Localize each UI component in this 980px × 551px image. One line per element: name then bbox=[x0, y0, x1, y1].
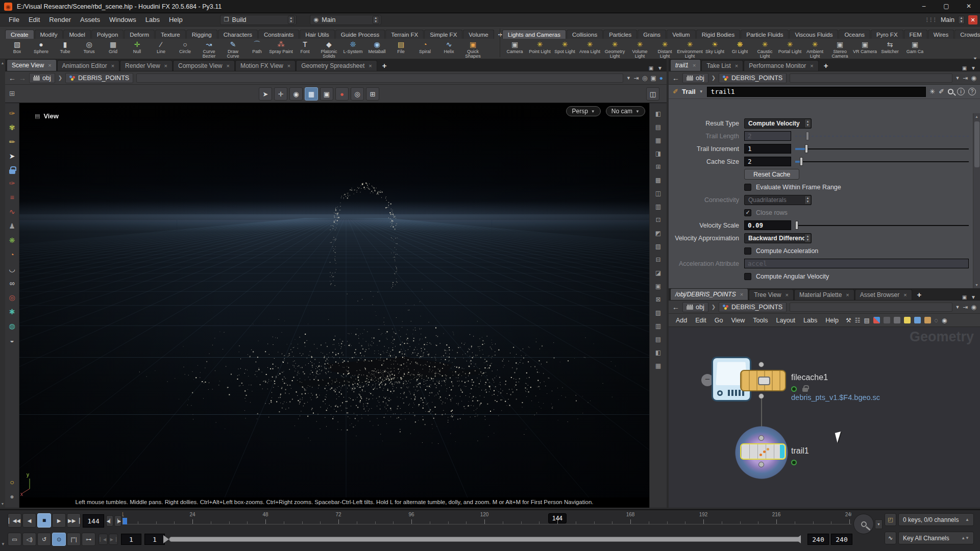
shelf-tool-line[interactable]: ∕Line bbox=[149, 39, 173, 59]
shelf-tab-collisions[interactable]: Collisions bbox=[567, 30, 603, 39]
orbit-icon[interactable]: ◍ bbox=[9, 321, 15, 331]
go-start-button[interactable]: ▏◀◀ bbox=[8, 513, 21, 528]
paint-icon[interactable]: ✑ bbox=[9, 178, 15, 188]
paint-brush-icon[interactable]: ✑ bbox=[9, 108, 15, 118]
shelf-tool-l-system[interactable]: ❊L-System bbox=[341, 39, 365, 59]
close-tab-icon[interactable]: × bbox=[846, 292, 849, 298]
tick-interval-icon[interactable]: |'''| bbox=[67, 533, 81, 546]
shelf-tool-draw-curve[interactable]: ✎Draw Curve bbox=[221, 39, 245, 59]
shelf-tool-metaball[interactable]: ◉Metaball bbox=[365, 39, 389, 59]
shelf-tool-volume-light[interactable]: ✳Volume Light bbox=[627, 39, 652, 59]
shelf-tab-volume[interactable]: Volume bbox=[463, 30, 494, 39]
display-option-icon-6[interactable]: ▩ bbox=[655, 176, 661, 185]
close-tab-icon[interactable]: × bbox=[226, 63, 229, 69]
display-option-icon-2[interactable]: ▤ bbox=[655, 122, 661, 132]
spinner-icon[interactable]: ▲▼ bbox=[373, 16, 379, 24]
path-field[interactable] bbox=[136, 73, 623, 83]
node-name-field[interactable]: trail1 bbox=[707, 87, 926, 97]
shelf-tool-caustic-light[interactable]: ✳Caustic Light bbox=[752, 39, 777, 59]
lock-badge-icon[interactable] bbox=[802, 388, 808, 392]
new-pane-tab-button[interactable]: + bbox=[819, 60, 833, 71]
shelf-tab-rigging[interactable]: Rigging bbox=[186, 30, 217, 39]
prev-frame-button[interactable]: ◀▏ bbox=[106, 515, 113, 527]
toolbox-grid-icon[interactable]: ⊞ bbox=[9, 89, 15, 97]
menu-labs[interactable]: Labs bbox=[141, 16, 164, 23]
current-frame-field[interactable]: 144 bbox=[83, 514, 104, 528]
shelf-tab-rigid-bodies[interactable]: Rigid Bodies bbox=[696, 30, 741, 39]
material-sphere-icon[interactable]: ● bbox=[10, 491, 14, 502]
scroll-down-icon[interactable]: ▼ bbox=[1, 502, 5, 506]
select-arrow-icon[interactable]: ➤ bbox=[259, 87, 272, 101]
display-option-icon-9[interactable]: ⊡ bbox=[655, 215, 660, 224]
dropdown-icon[interactable]: ▼ bbox=[626, 76, 631, 81]
shelf-tool-helix[interactable]: ∿Helix bbox=[437, 39, 461, 59]
shelf-tool-point-light[interactable]: ✳Point Light bbox=[527, 39, 552, 59]
display-flag[interactable] bbox=[780, 445, 785, 458]
playbar-options-icon[interactable]: ▭ bbox=[8, 533, 21, 546]
auto-key-icon[interactable]: ◰ bbox=[885, 513, 896, 526]
network-canvas[interactable]: Geometry − filecache1 debris_pts_v1.$F4.… bbox=[669, 327, 980, 508]
key-options-dropdown[interactable]: ▼ bbox=[875, 519, 883, 529]
shelf-tab-polygon[interactable]: Polygon bbox=[91, 30, 124, 39]
select-arrow-icon[interactable]: ➤ bbox=[9, 151, 15, 161]
param-slider[interactable] bbox=[795, 131, 969, 141]
menu-help[interactable]: Help bbox=[164, 16, 187, 23]
display-option-icon-12[interactable]: ⊟ bbox=[655, 255, 660, 264]
range-slider[interactable] bbox=[169, 537, 800, 542]
display-option-icon-8[interactable]: ▥ bbox=[655, 202, 661, 211]
shelf-tab-modify[interactable]: Modify bbox=[35, 30, 63, 39]
snapshot-icon[interactable] bbox=[894, 317, 900, 323]
search-icon[interactable]: ◌ bbox=[935, 317, 938, 324]
image-plane-icon[interactable] bbox=[914, 317, 921, 323]
close-tab-icon[interactable]: × bbox=[369, 63, 372, 69]
pane-tab-asset-browser[interactable]: Asset Browser× bbox=[855, 289, 912, 300]
sticky-note-icon[interactable] bbox=[904, 317, 911, 323]
pane-tab-tree-view[interactable]: Tree View× bbox=[749, 289, 794, 300]
menu-render[interactable]: Render bbox=[44, 16, 76, 23]
path-context-chip[interactable]: obj bbox=[682, 302, 708, 312]
region-select-icon[interactable]: ▣ bbox=[320, 87, 333, 101]
pane-menu-icon[interactable]: ▣ bbox=[962, 294, 967, 300]
pane-tab-geometry-spreadsheet[interactable]: Geometry Spreadsheet× bbox=[296, 60, 377, 71]
shelf-tool-curve-bezier[interactable]: ↝Curve Bezier bbox=[197, 39, 221, 59]
shelf-tab-simple-fx[interactable]: Simple FX bbox=[424, 30, 462, 39]
pane-tab-animation-editor[interactable]: Animation Editor× bbox=[57, 60, 119, 71]
pane-tab-trail1[interactable]: trail1× bbox=[670, 59, 701, 71]
close-tab-icon[interactable]: × bbox=[164, 63, 167, 69]
path-field[interactable] bbox=[790, 73, 952, 83]
keys-info-box[interactable]: 0 keys, 0/0 channels ▲ bbox=[898, 513, 974, 526]
shelf-tab-guide-process[interactable]: Guide Process bbox=[335, 30, 385, 39]
shelf-tab-model[interactable]: Model bbox=[63, 30, 90, 39]
eye-icon[interactable]: ◉ bbox=[942, 317, 947, 324]
grid-layout-icon[interactable] bbox=[884, 317, 890, 323]
slider-handle[interactable] bbox=[806, 132, 809, 140]
radial-menu-icon[interactable]: ◎ bbox=[642, 74, 647, 82]
shelf-tool-null[interactable]: ✛Null bbox=[125, 39, 149, 59]
shelf-tab-lights-and-cameras[interactable]: Lights and Cameras bbox=[502, 30, 566, 39]
chevron-down-icon[interactable]: ▼ bbox=[971, 294, 976, 300]
undo-frame-icon[interactable]: ↺ bbox=[37, 533, 51, 546]
range-end-field[interactable]: 240 bbox=[807, 534, 829, 545]
shelf-tool-stereo-camera[interactable]: ▣Stereo Camera bbox=[827, 39, 852, 59]
pane-tab-obj-debris-points[interactable]: /obj/DEBRIS_POINTS× bbox=[670, 288, 748, 300]
shelf-tool-sky-light[interactable]: ☀Sky Light bbox=[702, 39, 727, 59]
shelf-tool-ambient-light[interactable]: ✳Ambient Light bbox=[802, 39, 827, 59]
display-option-icon-3[interactable]: ▦ bbox=[655, 136, 661, 145]
menu-edit[interactable]: Edit bbox=[24, 16, 44, 23]
range-slider-right-handle[interactable] bbox=[795, 535, 801, 543]
path-node-chip[interactable]: DEBRIS_POINTS bbox=[719, 73, 787, 83]
net-menu-help[interactable]: Help bbox=[821, 317, 843, 324]
desktop-selector[interactable]: ❒ Build ▲▼ bbox=[220, 15, 297, 25]
close-button[interactable]: ✕ bbox=[958, 0, 980, 13]
gear-icon[interactable]: ✳ bbox=[929, 88, 935, 95]
search-icon[interactable] bbox=[948, 89, 953, 94]
shelf-tool-switcher[interactable]: ⇆Switcher bbox=[877, 39, 902, 59]
close-tab-icon[interactable]: × bbox=[810, 63, 813, 69]
close-tab-icon[interactable]: × bbox=[287, 63, 290, 69]
display-option-icon-4[interactable]: ◨ bbox=[655, 149, 661, 158]
shelf-tool-area-light[interactable]: ✳Area Light bbox=[577, 39, 602, 59]
range-start2-field[interactable]: 1 bbox=[144, 534, 165, 545]
display-option-icon-20[interactable]: ▦ bbox=[655, 361, 661, 370]
pane-scroll-icon[interactable]: ▼ bbox=[1, 542, 5, 546]
shelf-tab-viscous-fluids[interactable]: Viscous Fluids bbox=[789, 30, 838, 39]
